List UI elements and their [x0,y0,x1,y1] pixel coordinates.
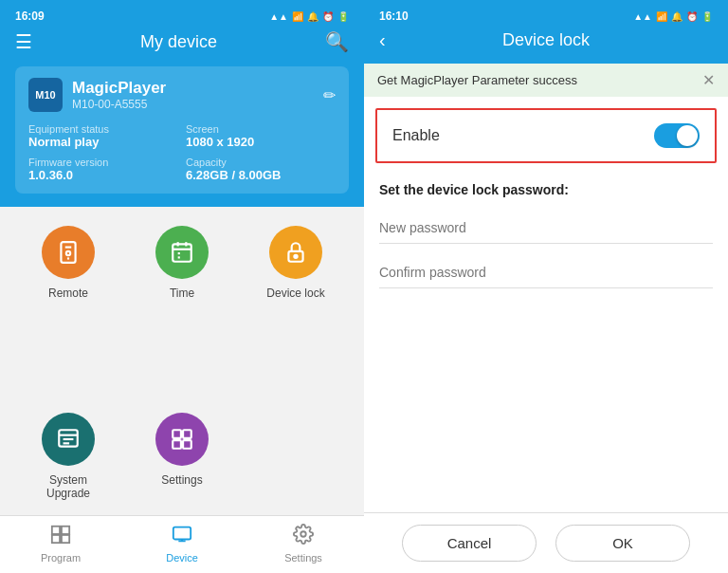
nav-item-device[interactable]: Device [121,524,243,564]
right-status-bar: 16:10 ▲▲ 📶 🔔 ⏰ 🔋 [379,9,713,23]
svg-rect-22 [52,535,60,543]
right-status-icons: ▲▲ 📶 🔔 ⏰ 🔋 [633,11,713,22]
left-panel: 16:09 ▲▲ 📶 🔔 ⏰ 🔋 ☰ My device 🔍 M10 Magic… [0,0,364,573]
stat-firmware-value: 1.0.36.0 [28,168,178,182]
time-icon-circle [155,226,209,279]
wifi-icon: 📶 [292,11,303,22]
nav-item-settings[interactable]: Settings [243,524,364,564]
stat-equipment-value: Normal play [28,135,178,149]
confirm-password-input[interactable] [379,257,713,288]
device-model-badge: M10 [28,78,63,112]
svg-rect-17 [183,430,191,438]
toggle-knob [677,125,698,146]
bottom-buttons: Cancel OK [364,512,728,573]
menu-item-system-upgrade[interactable]: SystemUpgrade [15,413,121,500]
content-area: Enable Set the device lock password: [364,97,728,512]
r-alarm-icon: ⏰ [686,11,698,22]
settings-icon-circle [155,413,209,466]
password-section: Set the device lock password: [364,175,728,309]
stat-firmware: Firmware version 1.0.36.0 [28,157,178,182]
nav-label-program: Program [41,552,81,564]
r-signal-icon: ▲▲ [633,11,652,22]
menu-label-system-upgrade: SystemUpgrade [46,473,90,500]
hamburger-icon[interactable]: ☰ [15,30,32,53]
svg-rect-18 [173,440,181,449]
device-info: MagicPlayer M10-00-A5555 [72,79,323,111]
left-status-icons: ▲▲ 📶 🔔 ⏰ 🔋 [269,11,349,22]
svg-rect-23 [62,535,69,543]
cancel-button[interactable]: Cancel [402,525,537,562]
bottom-nav: Program Device Settings [0,515,364,573]
nav-item-program[interactable]: Program [0,524,121,564]
enable-row: Enable [375,108,717,163]
device-name: MagicPlayer [72,79,323,98]
left-time: 16:09 [15,9,45,23]
svg-rect-24 [173,527,191,540]
left-header: 16:09 ▲▲ 📶 🔔 ⏰ 🔋 ☰ My device 🔍 M10 Magic… [0,0,364,207]
settings-nav-icon [293,524,314,549]
svg-rect-4 [173,244,191,261]
battery-icon: 🔋 [337,11,349,22]
menu-label-time: Time [170,286,194,300]
svg-rect-19 [183,440,191,449]
device-model-number: M10-00-A5555 [72,98,323,111]
edit-icon[interactable]: ✏ [323,86,336,104]
new-password-input[interactable] [379,213,713,244]
r-notif-icon: 🔔 [671,11,682,22]
svg-rect-21 [62,527,69,534]
svg-rect-16 [173,430,181,438]
menu-label-settings: Settings [161,473,202,487]
stat-screen-value: 1080 x 1920 [186,135,336,149]
notification-bar: Get MagicPlayer Parameter success ✕ [364,64,728,97]
device-stats: Equipment status Normal play Screen 1080… [28,123,336,182]
device-nav-icon [172,524,192,549]
device-card-top: M10 MagicPlayer M10-00-A5555 ✏ [28,78,336,112]
left-page-title: My device [32,32,325,52]
r-wifi-icon: 📶 [656,11,667,22]
svg-rect-20 [52,527,60,534]
stat-capacity-value: 6.28GB / 8.00GB [186,168,336,182]
menu-grid-row1: Remote Time Device lock [0,207,364,413]
notification-brand: MagicPlayer [401,73,469,87]
stat-equipment-status: Equipment status Normal play [28,123,178,149]
stat-screen-label: Screen [186,123,336,135]
right-time: 16:10 [379,9,409,23]
nav-label-device: Device [166,552,198,564]
password-section-title: Set the device lock password: [379,182,713,197]
device-card: M10 MagicPlayer M10-00-A5555 ✏ Equipment… [15,66,349,194]
menu-item-settings[interactable]: Settings [129,413,235,500]
right-nav: ‹ Device lock [379,30,713,50]
enable-label: Enable [392,127,440,144]
nav-label-settings: Settings [284,552,322,564]
remote-icon-circle [42,226,95,279]
enable-toggle[interactable] [654,123,700,148]
notification-text: Get MagicPlayer Parameter success [377,73,577,87]
alarm-icon: ⏰ [322,11,334,22]
ok-button[interactable]: OK [555,525,690,562]
menu-label-device-lock: Device lock [266,286,324,300]
menu-item-remote[interactable]: Remote [15,226,121,403]
back-icon[interactable]: ‹ [379,29,386,51]
svg-point-11 [294,255,297,258]
right-panel: 16:10 ▲▲ 📶 🔔 ⏰ 🔋 ‹ Device lock Get Magic… [364,0,728,573]
menu-item-device-lock[interactable]: Device lock [243,226,349,403]
r-battery-icon: 🔋 [701,11,713,22]
svg-point-2 [66,251,70,255]
menu-grid-row2: SystemUpgrade Settings [0,413,364,515]
program-nav-icon [50,524,71,549]
system-upgrade-icon-circle [42,413,95,466]
right-header: 16:10 ▲▲ 📶 🔔 ⏰ 🔋 ‹ Device lock [364,0,728,64]
menu-item-time[interactable]: Time [129,226,235,403]
search-icon[interactable]: 🔍 [325,30,349,53]
notification-icon: 🔔 [307,11,318,22]
device-lock-icon-circle [269,226,322,279]
stat-equipment-label: Equipment status [28,123,178,135]
svg-point-27 [300,531,306,537]
stat-capacity: Capacity 6.28GB / 8.00GB [186,157,336,182]
stat-capacity-label: Capacity [186,157,336,168]
left-header-nav: ☰ My device 🔍 [15,30,349,53]
stat-firmware-label: Firmware version [28,157,178,168]
left-status-bar: 16:09 ▲▲ 📶 🔔 ⏰ 🔋 [15,9,349,23]
signal-icon: ▲▲ [269,11,288,22]
close-notification-icon[interactable]: ✕ [702,71,715,89]
